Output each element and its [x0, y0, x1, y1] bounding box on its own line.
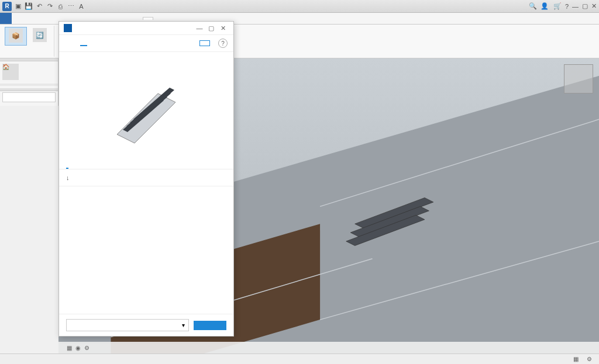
title-bar: R ▣ 💾 ↶ ↷ ⎙ ⋯ A 🔍 👤 🛒 ? — ▢ ✕ — [0, 0, 599, 13]
qat-save-icon[interactable]: 💾 — [25, 2, 33, 11]
product-button[interactable]: 📦 — [5, 27, 27, 46]
tab-view[interactable] — [105, 18, 115, 20]
quick-access-toolbar: ▣ 💾 ↶ ↷ ⎙ ⋯ A — [14, 2, 85, 11]
tab-insert[interactable] — [58, 18, 68, 20]
cart-icon[interactable]: 🛒 — [553, 2, 562, 10]
tab-existing[interactable] — [80, 40, 87, 46]
user-label[interactable]: 👤 — [541, 2, 550, 10]
customize-insert-dialog: — ▢ ✕ ? — [58, 21, 234, 337]
variants-table: ↓ — [59, 169, 233, 186]
sort-down-icon: ↓ — [66, 174, 70, 181]
tab-manage[interactable] — [115, 18, 124, 20]
close-icon[interactable]: ✕ — [591, 2, 597, 10]
project-browser-panel — [0, 88, 58, 106]
minimize-button[interactable]: — — [194, 25, 205, 32]
svg-marker-12 — [117, 93, 175, 143]
preview-area — [59, 61, 233, 161]
replace-icon: 🔄 — [33, 28, 47, 42]
qat-undo-icon[interactable]: ↶ — [35, 2, 43, 11]
viewcube[interactable] — [564, 64, 593, 93]
subtab-details[interactable] — [77, 161, 79, 169]
vc-icon[interactable]: ▦ — [67, 345, 72, 351]
col-risers[interactable] — [180, 169, 233, 186]
main-model-selector[interactable]: ▦ — [573, 356, 580, 362]
tab-analyze[interactable] — [77, 18, 87, 20]
qat-print-icon[interactable]: ⎙ — [56, 2, 64, 11]
representations-select[interactable]: ▾ — [66, 319, 189, 331]
change-product-button[interactable] — [199, 40, 210, 46]
properties-panel: 🏠 — [0, 58, 58, 88]
maximize-icon[interactable]: ▢ — [582, 2, 588, 10]
tab-addins[interactable] — [124, 18, 133, 20]
qat-redo-icon[interactable]: ↷ — [46, 2, 54, 11]
product-icon: 📦 — [9, 29, 23, 43]
tab-architecture[interactable] — [12, 18, 21, 20]
tab-modify[interactable] — [153, 18, 163, 20]
minimize-icon[interactable]: — — [572, 3, 579, 10]
vc-icon[interactable]: ⚙ — [84, 345, 89, 351]
file-tab[interactable] — [0, 13, 12, 24]
tab-annotate[interactable] — [68, 18, 77, 20]
qat-open-icon[interactable]: ▣ — [14, 2, 22, 11]
tab-new[interactable] — [65, 41, 72, 46]
stair-preview-icon — [105, 70, 187, 152]
dialog-icon — [64, 24, 72, 32]
subtab-variants[interactable] — [66, 161, 68, 169]
col-width[interactable] — [125, 169, 179, 186]
sb-icon[interactable]: ⚙ — [587, 356, 592, 362]
qat-text-icon[interactable]: A — [77, 2, 85, 11]
chevron-down-icon: ▾ — [182, 322, 185, 328]
tab-massing[interactable] — [87, 18, 96, 20]
help-icon[interactable]: ? — [565, 3, 569, 10]
tab-bim[interactable] — [133, 18, 143, 20]
qat-more-icon[interactable]: ⋯ — [67, 2, 75, 11]
search-icon[interactable]: 🔍 — [529, 2, 537, 10]
project-browser-header — [0, 88, 58, 91]
tab-collaborate[interactable] — [96, 18, 105, 20]
replace-button[interactable]: 🔄 — [29, 27, 50, 46]
revit-logo-icon: R — [2, 2, 12, 11]
col-height[interactable]: ↓ — [59, 169, 125, 186]
maximize-button[interactable]: ▢ — [205, 25, 217, 32]
tab-steel[interactable] — [30, 18, 40, 20]
search-input[interactable] — [2, 92, 56, 102]
tab-systems[interactable] — [49, 18, 58, 20]
viewport-controls: ▦ ◉ ⚙ — [58, 342, 599, 353]
tab-structure[interactable] — [21, 18, 30, 20]
insert-button[interactable] — [194, 321, 226, 330]
vc-icon[interactable]: ◉ — [75, 345, 81, 351]
help-icon[interactable]: ? — [218, 39, 228, 48]
tab-precast[interactable] — [40, 18, 49, 20]
close-button[interactable]: ✕ — [217, 25, 229, 32]
view-type-icon: 🏠 — [2, 64, 19, 80]
status-bar: ▦ ⚙ — [0, 353, 599, 364]
tab-informed-design[interactable] — [143, 17, 153, 20]
